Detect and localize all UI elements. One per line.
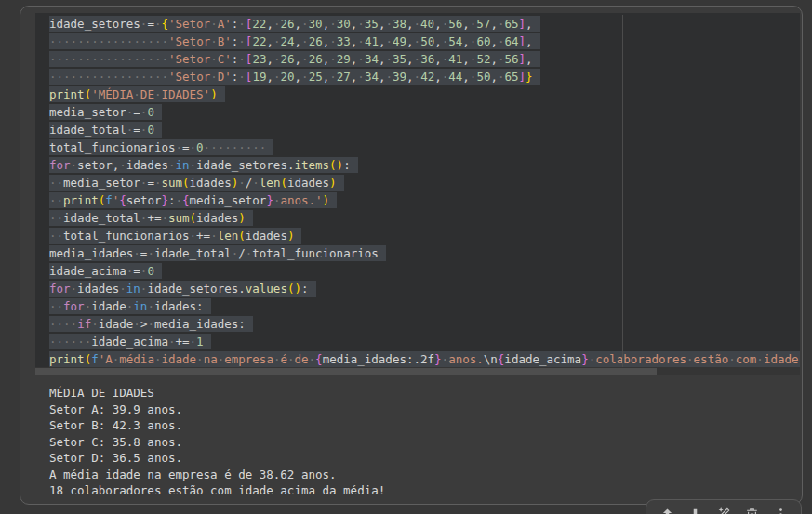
code-area[interactable]: idade_setores·=·{'Setor·A':·[22,·26,·30,… — [35, 13, 800, 367]
whitespace-dot: · — [49, 299, 57, 313]
code-line: total_funcionarios·=·0········· — [49, 138, 800, 156]
code-line: ··total_funcionarios·+=·len(idades) — [49, 227, 800, 244]
whitespace-dot: · — [119, 158, 126, 172]
notebook-cell: idade_setores·=·{'Setor·A':·[22,·26,·30,… — [20, 6, 803, 505]
horizontal-scrollbar[interactable] — [35, 367, 800, 375]
selection-highlight: total_funcionarios·=·0········· — [49, 139, 273, 155]
code-line: media_setor·=·0 — [49, 103, 800, 121]
whitespace-dot: · — [190, 158, 197, 172]
whitespace-dot: · — [385, 17, 393, 31]
code-editor[interactable]: idade_setores·=·{'Setor·A':·[22,·26,·30,… — [35, 13, 800, 375]
whitespace-dot: · — [498, 70, 505, 84]
whitespace-dot: · — [196, 352, 204, 366]
whitespace-dot: · — [105, 34, 113, 48]
selection-highlight: print('MÉDIA·DE·IDADES') — [49, 86, 225, 102]
whitespace-dot: · — [414, 52, 421, 66]
output-line: 18 colaboradores estão com idade acima d… — [49, 482, 385, 499]
code-line: ·················'Setor·C':·[23,·26,·26,… — [49, 50, 800, 68]
whitespace-dot: · — [210, 70, 218, 84]
move-cell-up-button[interactable] — [658, 505, 676, 514]
whitespace-dot: · — [162, 34, 169, 48]
whitespace-dot: · — [119, 70, 126, 84]
edit-with-ai-button[interactable] — [714, 505, 733, 514]
whitespace-dot: · — [133, 317, 140, 331]
whitespace-dot: · — [71, 317, 78, 331]
whitespace-dot: · — [147, 52, 154, 66]
whitespace-dot: · — [756, 352, 764, 366]
whitespace-dot: · — [329, 17, 337, 31]
whitespace-dot: · — [49, 317, 57, 331]
whitespace-dot: · — [162, 52, 169, 66]
code-line: ·················'Setor·D':·[19,·20,·25,… — [49, 68, 800, 86]
code-line: ··print(f'{setor}:·{media_setor}·anos.') — [49, 191, 800, 209]
whitespace-dot: · — [147, 70, 154, 84]
whitespace-dot: · — [57, 335, 64, 349]
whitespace-dot: · — [154, 52, 162, 66]
whitespace-dot: · — [57, 52, 64, 66]
output-line: Setor B: 42.3 anos. — [49, 417, 385, 434]
more-options-button[interactable] — [771, 505, 790, 514]
whitespace-dot: · — [190, 140, 197, 154]
move-cell-down-button[interactable] — [686, 505, 705, 514]
selection-highlight: print(f'A·média·idade·na·empresa·é·de·{m… — [49, 351, 800, 367]
whitespace-dot: · — [71, 335, 78, 349]
whitespace-dot: · — [210, 34, 218, 48]
selection-highlight: ··for·idade·in·idades: — [49, 298, 211, 314]
column-ruler — [622, 15, 623, 367]
selection-highlight: ··idade_total·+=·sum(idades) — [49, 210, 253, 226]
whitespace-dot: · — [309, 352, 316, 366]
notebook-page: { "colors": { "page_bg": "#373737", "cel… — [0, 0, 812, 514]
whitespace-dot: · — [252, 140, 260, 154]
whitespace-dot: · — [57, 299, 64, 313]
whitespace-dot: · — [63, 52, 71, 66]
code-line: idade_setores·=·{'Setor·A':·[22,·26,·30,… — [49, 15, 800, 33]
code-line: idade_total·=·0 — [49, 121, 800, 138]
whitespace-dot: · — [154, 70, 162, 84]
selection-highlight: ·················'Setor·B':·[22,·24,·26,… — [49, 33, 540, 49]
scrollbar-thumb[interactable] — [35, 368, 657, 375]
whitespace-dot: · — [49, 70, 57, 84]
whitespace-dot: · — [414, 17, 421, 31]
whitespace-dot: · — [147, 246, 154, 260]
selection-highlight: ··total_funcionarios·+=·len(idades) — [49, 228, 301, 244]
selection-highlight: ·················'Setor·C':·[23,·26,·26,… — [49, 51, 540, 67]
selection-highlight: for·setor,·idades·in·idade_setores.items… — [49, 157, 358, 173]
whitespace-dot: · — [238, 140, 246, 154]
whitespace-dot: · — [686, 352, 694, 366]
code-line: ··for·idade·in·idades: — [49, 297, 800, 315]
whitespace-dot: · — [147, 34, 154, 48]
whitespace-dot: · — [210, 140, 218, 154]
whitespace-dot: · — [238, 52, 246, 66]
whitespace-dot: · — [49, 34, 57, 48]
whitespace-dot: · — [357, 17, 365, 31]
output-line: Setor D: 36.5 anos. — [49, 450, 385, 467]
whitespace-dot: · — [133, 246, 140, 260]
selection-highlight: idade_setores·=·{'Setor·A':·[22,·26,·30,… — [49, 16, 540, 32]
whitespace-dot: · — [357, 70, 365, 84]
whitespace-dot: · — [133, 70, 140, 84]
whitespace-dot: · — [238, 17, 246, 31]
whitespace-dot: · — [287, 352, 295, 366]
output-line: Setor A: 39.9 anos. — [49, 402, 385, 418]
whitespace-dot: · — [301, 52, 309, 66]
code-line: ··idade_total·+=·sum(idades) — [49, 209, 800, 227]
whitespace-dot: · — [119, 34, 126, 48]
whitespace-dot: · — [498, 34, 505, 48]
whitespace-dot: · — [442, 352, 449, 366]
whitespace-dot: · — [71, 282, 78, 296]
whitespace-dot: · — [176, 193, 183, 207]
selection-highlight: ······idade_acima·+=·1 — [49, 334, 211, 349]
whitespace-dot: · — [728, 352, 736, 366]
trash-icon — [744, 507, 760, 514]
whitespace-dot: · — [162, 70, 169, 84]
code-line: idade_acima·=·0 — [49, 262, 800, 280]
whitespace-dot: · — [71, 70, 78, 84]
whitespace-dot: · — [133, 52, 140, 66]
kebab-menu-icon — [773, 507, 789, 514]
whitespace-dot: · — [273, 34, 281, 48]
whitespace-dot: · — [329, 52, 337, 66]
whitespace-dot: · — [49, 52, 57, 66]
magic-pen-icon — [715, 506, 732, 514]
delete-cell-button[interactable] — [743, 505, 762, 514]
whitespace-dot: · — [77, 335, 85, 349]
